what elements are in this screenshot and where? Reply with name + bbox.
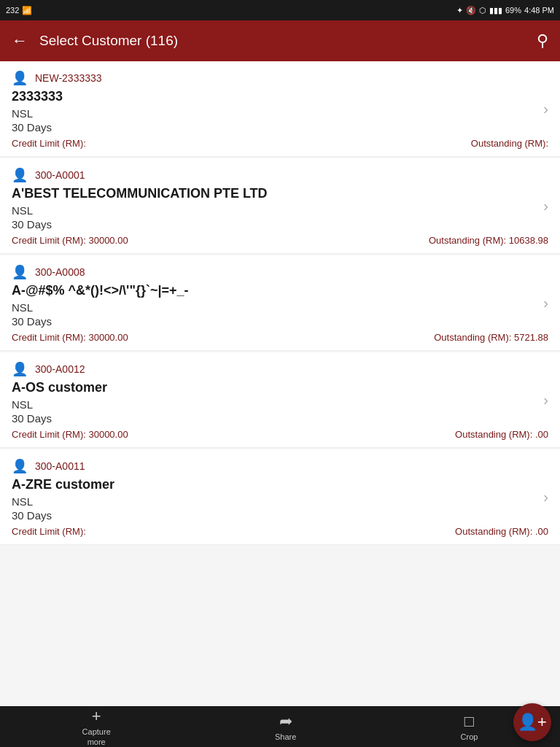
credit-limit: Credit Limit (RM):	[12, 138, 86, 149]
credit-limit: Credit Limit (RM): 30000.00	[12, 429, 128, 440]
person-icon: 👤	[12, 167, 28, 183]
customer-id: 300-A0008	[35, 266, 85, 278]
customer-list: 👤 NEW-2333333 2333333 NSL 30 Days Credit…	[0, 61, 560, 590]
chevron-right-icon: ›	[543, 295, 548, 311]
status-bar: 232 📶 ✦ 🔇 ⬡ ▮▮▮ 69% 4:48 PM	[0, 0, 560, 20]
outstanding: Outstanding (RM):	[471, 138, 548, 149]
person-icon: 👤	[12, 458, 28, 474]
credit-limit: Credit Limit (RM): 30000.00	[12, 332, 128, 343]
search-button[interactable]: ⚲	[537, 31, 548, 50]
outstanding: Outstanding (RM): 10638.98	[429, 235, 548, 246]
chevron-right-icon: ›	[543, 198, 548, 214]
list-item[interactable]: 👤 300-A0001 A'BEST TELECOMMUNICATION PTE…	[0, 158, 560, 254]
list-item[interactable]: 👤 300-A0011 A-ZRE customer NSL 30 Days C…	[0, 449, 560, 545]
list-item[interactable]: 👤 300-A0008 A-@#$% ^&*()!<>/\'"{}`~|=+_-…	[0, 255, 560, 351]
customer-days: 30 Days	[12, 412, 548, 425]
outstanding: Outstanding (RM): .00	[455, 526, 548, 537]
crop-label: Crop	[461, 732, 478, 741]
capture-more-label: Capture	[82, 727, 111, 736]
customer-financial: Credit Limit (RM): Outstanding (RM): .00	[12, 526, 548, 537]
customer-days: 30 Days	[12, 509, 548, 522]
customer-id-row: 👤 300-A0012	[12, 361, 548, 377]
app-bar-title: Select Customer (116)	[39, 33, 178, 49]
customer-id-row: 👤 300-A0001	[12, 167, 548, 183]
customer-id-row: 👤 300-A0008	[12, 264, 548, 280]
customer-id-row: 👤 300-A0011	[12, 458, 548, 474]
app-bar-left: ← Select Customer (116)	[12, 31, 178, 50]
credit-limit: Credit Limit (RM):	[12, 526, 86, 537]
customer-financial: Credit Limit (RM): 30000.00 Outstanding …	[12, 429, 548, 440]
share-icon: ➦	[279, 712, 292, 731]
customer-days: 30 Days	[12, 121, 548, 133]
list-item[interactable]: 👤 300-A0012 A-OS customer NSL 30 Days Cr…	[0, 352, 560, 448]
wifi-icon: ⬡	[479, 6, 486, 15]
battery-level: 69%	[505, 6, 521, 15]
mute-icon: 🔇	[466, 6, 476, 15]
signal-icon: ▮▮▮	[489, 6, 502, 15]
capture-more-icon: +	[92, 707, 101, 726]
status-bar-left: 232 📶	[6, 6, 32, 15]
fab-button[interactable]: 👤+	[513, 703, 551, 741]
customer-financial: Credit Limit (RM): 30000.00 Outstanding …	[12, 235, 548, 246]
customer-id: NEW-2333333	[35, 72, 102, 84]
customer-type: NSL	[12, 495, 548, 508]
crop-icon: □	[464, 712, 474, 731]
customer-type: NSL	[12, 107, 548, 120]
outstanding: Outstanding (RM): .00	[455, 429, 548, 440]
fab-icon: 👤+	[518, 713, 547, 732]
person-icon: 👤	[12, 70, 28, 86]
customer-financial: Credit Limit (RM): Outstanding (RM):	[12, 138, 548, 149]
customer-name: 2333333	[12, 89, 548, 104]
customer-id: 300-A0001	[35, 169, 85, 181]
app-bar: ← Select Customer (116) ⚲	[0, 20, 560, 61]
customer-type: NSL	[12, 301, 548, 314]
time-display: 4:48 PM	[524, 6, 554, 15]
customer-name: A-OS customer	[12, 380, 548, 395]
customer-type: NSL	[12, 398, 548, 411]
customer-id: 300-A0011	[35, 460, 85, 472]
customer-name: A-@#$% ^&*()!<>/\'"{}`~|=+_-	[12, 283, 548, 298]
share-button[interactable]: ➦ Share	[275, 712, 296, 741]
credit-limit: Credit Limit (RM): 30000.00	[12, 235, 128, 246]
bluetooth-icon: ✦	[456, 6, 463, 15]
customer-financial: Credit Limit (RM): 30000.00 Outstanding …	[12, 332, 548, 343]
customer-type: NSL	[12, 204, 548, 217]
chevron-right-icon: ›	[543, 392, 548, 409]
capture-more-button[interactable]: + Capture more	[82, 707, 111, 746]
list-item[interactable]: 👤 NEW-2333333 2333333 NSL 30 Days Credit…	[0, 61, 560, 157]
person-icon: 👤	[12, 361, 28, 377]
outstanding: Outstanding (RM): 5721.88	[434, 332, 548, 343]
data-speed: 232	[6, 6, 19, 15]
status-bar-right: ✦ 🔇 ⬡ ▮▮▮ 69% 4:48 PM	[456, 6, 554, 15]
back-button[interactable]: ←	[12, 31, 28, 50]
customer-id: 300-A0012	[35, 363, 85, 375]
bottom-toolbar: + Capture more ➦ Share □ Crop	[0, 706, 560, 747]
crop-button[interactable]: □ Crop	[461, 712, 478, 741]
customer-name: A'BEST TELECOMMUNICATION PTE LTD	[12, 186, 548, 201]
person-icon: 👤	[12, 264, 28, 280]
share-label: Share	[275, 732, 296, 741]
sim-icon: 📶	[22, 6, 32, 15]
chevron-right-icon: ›	[543, 101, 548, 117]
capture-more-sublabel: more	[88, 738, 106, 746]
customer-name: A-ZRE customer	[12, 477, 548, 492]
customer-id-row: 👤 NEW-2333333	[12, 70, 548, 86]
customer-days: 30 Days	[12, 218, 548, 231]
chevron-right-icon: ›	[543, 489, 548, 506]
customer-days: 30 Days	[12, 315, 548, 328]
